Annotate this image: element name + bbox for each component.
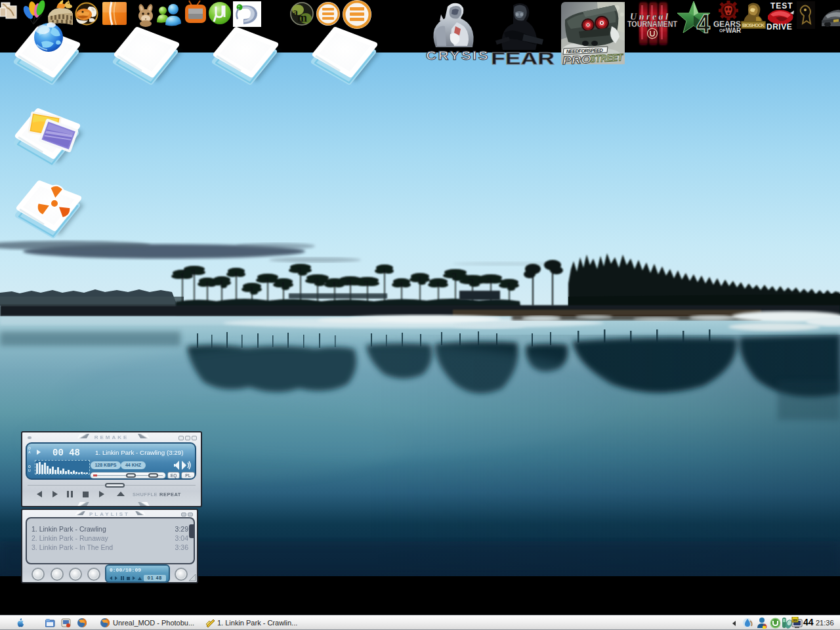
svg-text:TEST: TEST (770, 1, 793, 10)
svg-text:99: 99 (793, 618, 797, 622)
svg-text:DRIVE: DRIVE (766, 22, 792, 32)
svg-text:CRYSIS: CRYSIS (426, 49, 490, 62)
svg-text:PRO: PRO (562, 53, 592, 67)
svg-text:TOURNAMENT: TOURNAMENT (627, 20, 678, 29)
svg-text:4: 4 (696, 9, 710, 39)
svg-text:WAR: WAR (726, 27, 742, 34)
svg-text:BIOSHOCK: BIOSHOCK (742, 22, 765, 28)
svg-text:FEAR: FEAR (491, 49, 555, 68)
svg-text:STREET: STREET (590, 51, 624, 64)
svg-text:OF: OF (719, 28, 726, 33)
